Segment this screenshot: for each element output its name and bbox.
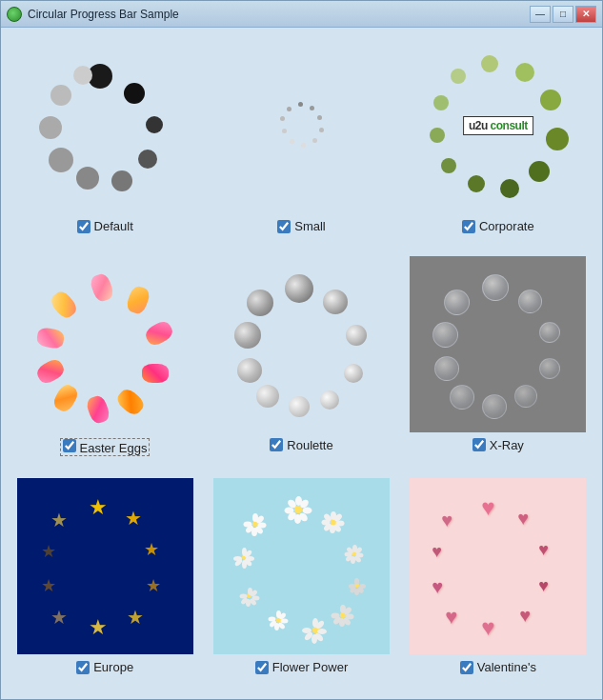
flower-spinner-area — [213, 478, 390, 654]
easter-ring — [33, 272, 176, 415]
corporate-label: Corporate — [479, 219, 534, 233]
xray-checkbox[interactable] — [472, 438, 486, 451]
maximize-button[interactable]: □ — [553, 6, 573, 23]
window-title: Circular Progress Bar Sample — [28, 8, 530, 21]
valentine-ring: ♥ ♥ ♥ ♥ ♥ ♥ ♥ ♥ ♥ ♥ — [424, 492, 572, 640]
default-checkbox-label: Default — [77, 219, 133, 233]
spinner-default: Default — [10, 37, 199, 249]
roulette-ring — [230, 272, 372, 415]
small-checkbox-label: Small — [277, 219, 326, 233]
default-checkbox[interactable] — [77, 220, 90, 233]
corporate-ring: u2u consult — [424, 51, 572, 199]
spinner-europe: ★ ★ ★ ★ ★ ★ ★ ★ ★ ★ Europe — [10, 478, 199, 690]
spinner-xray: X-Ray — [404, 256, 593, 471]
minimize-button[interactable]: — — [530, 6, 551, 23]
title-buttons: — □ ✕ — [530, 6, 596, 23]
small-label: Small — [294, 219, 326, 233]
easter-dashed-box: Easter Eggs — [60, 438, 150, 456]
spinner-small: Small — [207, 37, 395, 249]
valentines-checkbox-label: Valentine's — [460, 660, 536, 674]
flower-checkbox[interactable] — [255, 661, 269, 674]
corporate-logo: u2u consult — [463, 116, 533, 135]
title-bar: Circular Progress Bar Sample — □ ✕ — [1, 1, 602, 28]
valentines-label: Valentine's — [477, 660, 536, 674]
spinner-roulette: Roulette — [207, 256, 395, 471]
close-button[interactable]: ✕ — [575, 6, 596, 23]
europe-checkbox[interactable] — [76, 661, 90, 674]
europe-checkbox-label: Europe — [76, 660, 133, 674]
default-spinner-area — [17, 37, 193, 213]
spinner-valentines: ♥ ♥ ♥ ♥ ♥ ♥ ♥ ♥ ♥ ♥ Valentine's — [404, 478, 593, 690]
xray-spinner-area — [410, 256, 586, 432]
europe-ring: ★ ★ ★ ★ ★ ★ ★ ★ ★ ★ — [33, 495, 176, 638]
default-ring — [33, 54, 176, 197]
xray-label: X-Ray — [490, 438, 524, 452]
corporate-checkbox-label: Corporate — [462, 219, 534, 233]
easter-checkbox-label: Easter Eggs — [60, 438, 150, 456]
xray-ring — [427, 272, 570, 415]
spinner-flower: Flower Power — [207, 478, 395, 690]
flower-label: Flower Power — [272, 660, 348, 674]
valentines-spinner-area: ♥ ♥ ♥ ♥ ♥ ♥ ♥ ♥ ♥ ♥ — [410, 478, 586, 654]
corporate-checkbox[interactable] — [462, 220, 475, 233]
europe-spinner-area: ★ ★ ★ ★ ★ ★ ★ ★ ★ ★ — [17, 478, 193, 654]
spinner-corporate: u2u consult Corporate — [404, 37, 593, 249]
flower-ring — [228, 492, 375, 640]
europe-label: Europe — [93, 660, 133, 674]
roulette-spinner-area — [213, 256, 390, 432]
small-ring — [277, 102, 325, 150]
spinner-grid: Default Sma — [1, 28, 602, 699]
roulette-checkbox[interactable] — [270, 438, 283, 451]
window-icon — [7, 7, 22, 22]
flower-checkbox-label: Flower Power — [255, 660, 348, 674]
spinner-easter: Easter Eggs — [10, 256, 199, 471]
main-window: Circular Progress Bar Sample — □ ✕ — [0, 0, 603, 700]
easter-spinner-area — [17, 256, 193, 432]
easter-label: Easter Eggs — [80, 441, 148, 455]
easter-checkbox[interactable] — [63, 439, 76, 452]
valentines-checkbox[interactable] — [460, 661, 473, 674]
small-spinner-area — [213, 37, 390, 213]
corporate-spinner-area: u2u consult — [410, 37, 586, 213]
small-checkbox[interactable] — [277, 220, 291, 233]
xray-checkbox-label: X-Ray — [472, 438, 524, 452]
roulette-checkbox-label: Roulette — [270, 438, 332, 452]
default-label: Default — [94, 219, 133, 233]
roulette-label: Roulette — [287, 438, 332, 452]
